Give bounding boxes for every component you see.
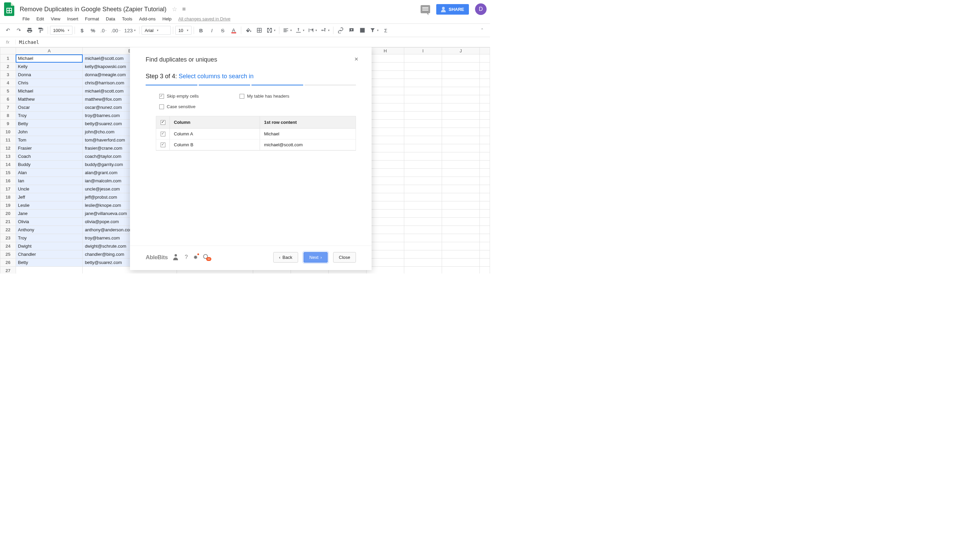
cell[interactable] [480, 177, 490, 185]
cell[interactable] [480, 136, 490, 144]
cell[interactable]: Troy [16, 111, 83, 120]
cell[interactable] [16, 267, 83, 274]
skip-empty-checkbox[interactable]: Skip empty cells [159, 94, 199, 99]
cell[interactable]: Uncle [16, 185, 83, 193]
cell[interactable] [442, 111, 480, 120]
close-icon[interactable]: ✕ [354, 56, 360, 62]
column-a-checkbox[interactable] [161, 132, 165, 137]
cell[interactable] [404, 218, 442, 226]
cell[interactable]: Olivia [16, 218, 83, 226]
row-header[interactable]: 9 [0, 120, 16, 128]
menu-addons[interactable]: Add-ons [139, 16, 156, 21]
cell[interactable] [366, 234, 404, 242]
cell[interactable] [366, 201, 404, 210]
row-header[interactable]: 27 [0, 267, 16, 274]
column-b-checkbox[interactable] [161, 143, 165, 147]
share-button[interactable]: SHARE [436, 4, 469, 14]
help-icon[interactable]: ? [185, 254, 188, 261]
doc-title[interactable]: Remove Duplicates in Google Sheets (Zapi… [20, 6, 166, 13]
row-header[interactable]: 10 [0, 128, 16, 136]
cell[interactable] [442, 144, 480, 153]
insert-link-icon[interactable] [336, 25, 346, 35]
print-icon[interactable] [24, 25, 35, 35]
cell[interactable] [404, 177, 442, 185]
cell[interactable] [366, 193, 404, 201]
cell[interactable] [442, 136, 480, 144]
has-headers-checkbox[interactable]: My table has headers [240, 94, 289, 99]
cell[interactable] [404, 103, 442, 111]
row-header[interactable]: 17 [0, 185, 16, 193]
vertical-align-icon[interactable] [294, 25, 306, 35]
cell[interactable] [442, 193, 480, 201]
cell[interactable]: Alan [16, 169, 83, 177]
cell[interactable] [480, 79, 490, 87]
cell[interactable] [404, 161, 442, 169]
cell[interactable] [480, 161, 490, 169]
cell[interactable]: Leslie [16, 201, 83, 210]
next-button[interactable]: Next› [304, 252, 328, 262]
menu-file[interactable]: File [22, 16, 30, 21]
cell[interactable]: Dwight [16, 242, 83, 250]
cell[interactable] [404, 79, 442, 87]
cell[interactable]: Frasier [16, 144, 83, 153]
cell[interactable] [366, 103, 404, 111]
cell[interactable]: Jane [16, 210, 83, 218]
zoom-select[interactable]: 100%▾ [50, 26, 73, 35]
cell[interactable]: Ian [16, 177, 83, 185]
cell[interactable] [404, 201, 442, 210]
cell[interactable] [404, 71, 442, 79]
cell[interactable] [366, 87, 404, 95]
cell[interactable] [366, 136, 404, 144]
cell[interactable] [366, 267, 404, 274]
text-rotation-icon[interactable] [319, 25, 331, 35]
col-header-J[interactable]: J [442, 48, 480, 54]
text-color-icon[interactable]: A [229, 25, 239, 35]
cell[interactable]: John [16, 128, 83, 136]
select-all-columns-checkbox[interactable] [161, 120, 165, 125]
menu-data[interactable]: Data [106, 16, 115, 21]
cell[interactable] [366, 79, 404, 87]
horizontal-align-icon[interactable] [282, 25, 293, 35]
cell[interactable] [442, 259, 480, 267]
row-header[interactable]: 13 [0, 153, 16, 161]
star-icon[interactable]: ☆ [172, 5, 177, 13]
cell[interactable] [366, 63, 404, 71]
cell[interactable]: Donna [16, 71, 83, 79]
menu-edit[interactable]: Edit [37, 16, 44, 21]
cell[interactable] [480, 242, 490, 250]
cell[interactable]: Anthony [16, 226, 83, 234]
account-avatar[interactable]: D [475, 3, 487, 15]
cell[interactable] [442, 87, 480, 95]
cell[interactable] [366, 95, 404, 103]
cell[interactable] [404, 63, 442, 71]
cell[interactable] [442, 71, 480, 79]
cell[interactable] [404, 169, 442, 177]
cell[interactable] [442, 103, 480, 111]
menu-help[interactable]: Help [162, 16, 172, 21]
feedback-person-icon[interactable] [173, 254, 179, 260]
formula-input[interactable]: Michael [16, 40, 39, 45]
percent-icon[interactable]: % [88, 25, 98, 35]
insert-comment-icon[interactable] [347, 25, 356, 35]
cell[interactable] [480, 201, 490, 210]
menu-view[interactable]: View [51, 16, 60, 21]
cell[interactable] [442, 161, 480, 169]
cell[interactable] [442, 250, 480, 259]
row-header[interactable]: 25 [0, 250, 16, 259]
row-header[interactable]: 22 [0, 226, 16, 234]
col-header-A[interactable]: A [16, 48, 83, 54]
cell[interactable] [366, 111, 404, 120]
cell[interactable] [366, 210, 404, 218]
cell[interactable] [404, 259, 442, 267]
bug-report-icon[interactable]: ✹ [193, 254, 198, 261]
row-header[interactable]: 12 [0, 144, 16, 153]
borders-icon[interactable] [254, 25, 264, 35]
row-header[interactable]: 19 [0, 201, 16, 210]
cell[interactable] [480, 71, 490, 79]
cell[interactable] [366, 144, 404, 153]
row-header[interactable]: 14 [0, 161, 16, 169]
col-header-I[interactable]: I [404, 48, 442, 54]
bold-icon[interactable]: B [196, 25, 206, 35]
menu-format[interactable]: Format [85, 16, 99, 21]
cell[interactable] [480, 95, 490, 103]
